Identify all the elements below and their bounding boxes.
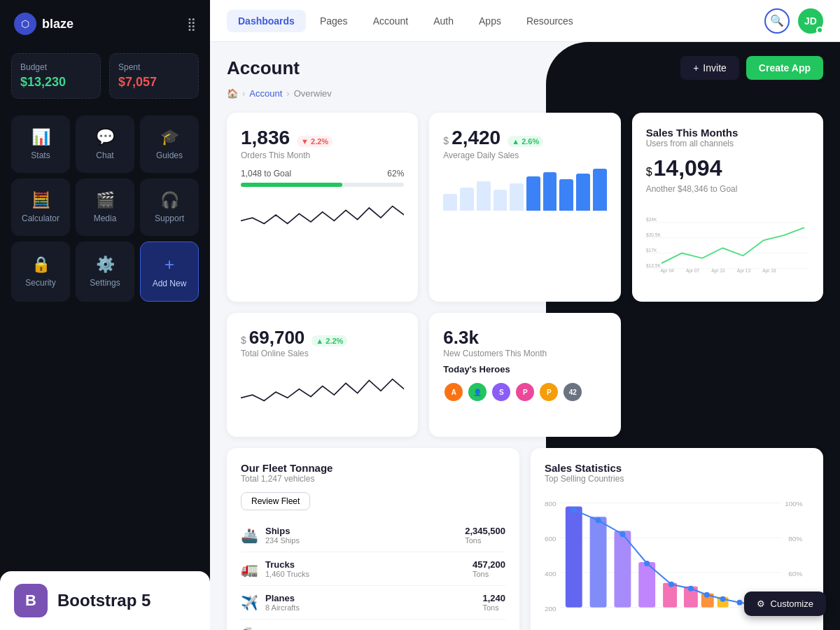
sidebar-item-support[interactable]: 🎧 Support bbox=[140, 178, 199, 236]
fleet-title: Our Fleet Tonnage bbox=[241, 462, 505, 474]
svg-point-33 bbox=[571, 507, 577, 512]
search-button[interactable]: 🔍 bbox=[764, 8, 790, 34]
nav-dashboards[interactable]: Dashboards bbox=[227, 10, 306, 32]
sales-month-card: Sales This Months Users from all channel… bbox=[632, 113, 823, 302]
user-avatar[interactable]: JD bbox=[798, 8, 823, 34]
sales-stats-title: Sales Statistics bbox=[545, 462, 809, 474]
svg-text:$17K: $17K bbox=[646, 248, 657, 253]
logo-icon: ⬡ bbox=[14, 13, 36, 35]
media-label: Media bbox=[94, 214, 117, 223]
hero-avatar-4: P bbox=[514, 382, 536, 402]
nav-account[interactable]: Account bbox=[362, 10, 420, 32]
svg-point-38 bbox=[688, 586, 694, 592]
breadcrumb-home: 🏠 bbox=[227, 88, 238, 99]
media-icon: 🎬 bbox=[96, 191, 115, 209]
stats-label: Stats bbox=[31, 150, 50, 160]
sidebar-item-settings[interactable]: ⚙️ Settings bbox=[76, 241, 134, 302]
daily-sales-label: Average Daily Sales bbox=[443, 150, 606, 160]
fleet-item-trucks: 🚛 Trucks 1,460 Trucks 457,200 Tons bbox=[241, 552, 505, 586]
breadcrumb-account[interactable]: Account bbox=[249, 88, 282, 99]
svg-text:100%: 100% bbox=[785, 500, 803, 507]
logo-area: ⬡ blaze bbox=[14, 13, 74, 35]
svg-point-40 bbox=[720, 596, 726, 602]
svg-rect-26 bbox=[590, 517, 607, 607]
hero-avatar-5: P bbox=[538, 382, 559, 402]
sidebar-item-security[interactable]: 🔒 Security bbox=[11, 241, 70, 302]
content-area: Account + Invite Create App 🏠 › Account … bbox=[210, 42, 840, 630]
page-header: Account + Invite Create App bbox=[227, 56, 823, 80]
svg-text:60%: 60% bbox=[788, 570, 802, 578]
top-nav-right: 🔍 JD bbox=[764, 8, 823, 34]
sidebar-item-guides[interactable]: 🎓 Guides bbox=[140, 115, 199, 173]
stats-row-2: $ 69,700 ▲ 2.2% Total Online Sales 6.3k … bbox=[227, 313, 823, 437]
svg-text:$24K: $24K bbox=[646, 217, 657, 222]
online-sales-change: ▲ 2.2% bbox=[312, 335, 347, 346]
orders-card: 1,836 ▼ 2.2% Orders This Month 1,048 to … bbox=[227, 113, 418, 302]
hero-avatar-count: 42 bbox=[562, 382, 583, 402]
ships-icon: 🚢 bbox=[241, 527, 258, 544]
sidebar-item-stats[interactable]: 📊 Stats bbox=[11, 115, 70, 173]
spent-card: Spent $7,057 bbox=[109, 53, 199, 99]
svg-point-39 bbox=[704, 592, 710, 598]
orders-value: 1,836 bbox=[241, 127, 290, 149]
sidebar-item-chat[interactable]: 💬 Chat bbox=[76, 115, 134, 173]
sidebar: ⬡ blaze ⣿ Budget $13,230 Spent $7,057 📊 … bbox=[0, 0, 210, 630]
support-icon: 🎧 bbox=[160, 191, 179, 209]
planes-count: 8 Aircrafts bbox=[265, 603, 300, 612]
new-customers-card: 6.3k New Customers This Month Today's He… bbox=[429, 313, 620, 437]
sales-month-goal: Another $48,346 to Goal bbox=[646, 184, 809, 194]
nav-apps[interactable]: Apps bbox=[468, 10, 512, 32]
ships-count: 234 Ships bbox=[265, 536, 300, 545]
breadcrumb: 🏠 › Account › Overwiev bbox=[227, 88, 823, 99]
sales-stats-sub: Top Selling Countries bbox=[545, 474, 809, 484]
daily-sales-card: $ 2,420 ▲ 2.6% Average Daily Sales bbox=[429, 113, 620, 302]
dark-spacer bbox=[632, 313, 823, 437]
svg-point-34 bbox=[596, 517, 601, 523]
customize-button[interactable]: ⚙ Customize bbox=[744, 592, 826, 616]
sidebar-item-calculator[interactable]: 🧮 Calculator bbox=[11, 178, 70, 236]
nav-auth[interactable]: Auth bbox=[422, 10, 465, 32]
support-label: Support bbox=[155, 214, 184, 223]
online-dot bbox=[816, 27, 823, 34]
spent-value: $7,057 bbox=[118, 75, 190, 90]
svg-text:400: 400 bbox=[545, 570, 556, 578]
planes-unit: Tons bbox=[482, 603, 505, 612]
settings-label: Settings bbox=[90, 278, 120, 288]
svg-rect-25 bbox=[566, 506, 582, 607]
daily-sales-change: ▲ 2.6% bbox=[507, 136, 543, 147]
invite-button[interactable]: + Invite bbox=[680, 56, 739, 80]
sales-month-sub: Users from all channels bbox=[646, 139, 809, 148]
create-app-button[interactable]: Create App bbox=[746, 56, 823, 80]
svg-text:600: 600 bbox=[545, 535, 556, 542]
trains-icon: 🚂 bbox=[241, 626, 258, 630]
planes-icon: ✈️ bbox=[241, 594, 258, 611]
guides-label: Guides bbox=[156, 150, 183, 160]
daily-sales-value: 2,420 bbox=[451, 127, 500, 149]
sales-month-chart: $24K $20.5K $17K $13.5K Apr 04 Apr 07 Ap… bbox=[646, 201, 809, 285]
svg-point-37 bbox=[668, 582, 674, 587]
review-fleet-button[interactable]: Review Fleet bbox=[241, 492, 310, 510]
security-label: Security bbox=[25, 278, 55, 288]
orders-chart bbox=[241, 194, 404, 236]
security-icon: 🔒 bbox=[31, 255, 50, 274]
heroes-label: Today's Heroes bbox=[443, 364, 606, 374]
svg-text:200: 200 bbox=[545, 605, 556, 612]
sidebar-header: ⬡ blaze ⣿ bbox=[0, 0, 210, 48]
add-new-label: Add New bbox=[153, 279, 187, 288]
new-customers-value: 6.3k bbox=[443, 327, 479, 348]
online-sales-label: Total Online Sales bbox=[241, 349, 404, 358]
ships-name: Ships bbox=[265, 526, 300, 536]
sidebar-item-media[interactable]: 🎬 Media bbox=[76, 178, 134, 236]
nav-pages[interactable]: Pages bbox=[309, 10, 359, 32]
nav-resources[interactable]: Resources bbox=[515, 10, 584, 32]
online-sales-card: $ 69,700 ▲ 2.2% Total Online Sales bbox=[227, 313, 418, 437]
add-new-icon: + bbox=[164, 255, 174, 274]
svg-text:$13.5K: $13.5K bbox=[646, 263, 661, 268]
sidebar-item-add-new[interactable]: + Add New bbox=[140, 241, 199, 302]
trucks-count: 1,460 Trucks bbox=[265, 570, 309, 578]
sidebar-menu-icon[interactable]: ⣿ bbox=[187, 16, 196, 31]
svg-text:80%: 80% bbox=[788, 535, 802, 542]
svg-point-41 bbox=[737, 600, 743, 606]
heroes-row: A 👤 S P P 42 bbox=[443, 382, 606, 402]
trucks-unit: Tons bbox=[472, 570, 505, 578]
